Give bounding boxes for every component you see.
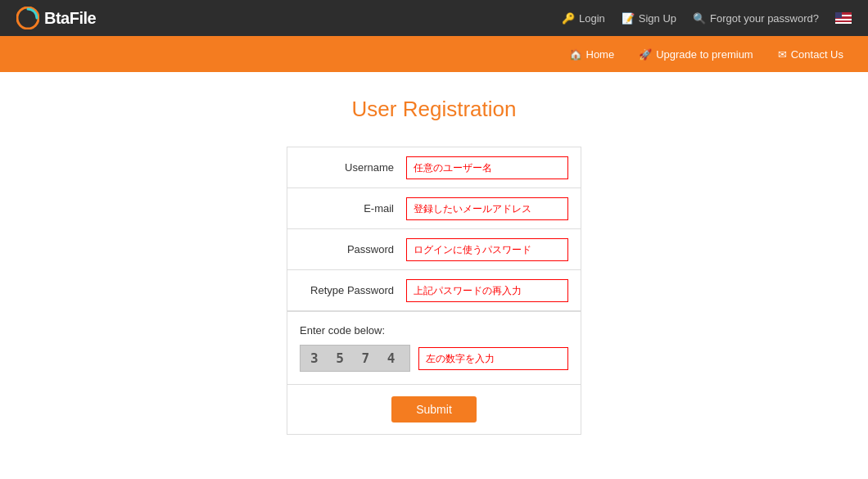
registration-form: Username E-mail Password Retype Password… (287, 147, 581, 435)
top-nav: BtaFile 🔑 Login 📝 Sign Up 🔍 Forgot your … (0, 0, 868, 36)
captcha-section: Enter code below: 3 5 7 4 (287, 311, 581, 384)
password-row: Password (287, 229, 581, 270)
login-link[interactable]: 🔑 Login (562, 12, 605, 25)
logo-icon (16, 7, 39, 29)
top-nav-links: 🔑 Login 📝 Sign Up 🔍 Forgot your password… (562, 12, 852, 25)
username-label: Username (300, 161, 406, 174)
home-link[interactable]: 🏠 Home (569, 48, 615, 61)
contact-icon: ✉ (778, 48, 787, 61)
page-title: User Registration (16, 97, 852, 122)
signup-icon: 📝 (622, 12, 635, 25)
email-input[interactable] (406, 197, 568, 220)
forgot-icon: 🔍 (693, 12, 706, 25)
signup-label: Sign Up (639, 12, 676, 25)
home-icon: 🏠 (569, 48, 582, 61)
upgrade-link[interactable]: 🚀 Upgrade to premium (639, 48, 753, 61)
brand-name: BtaFile (44, 9, 96, 28)
captcha-row: 3 5 7 4 (300, 345, 568, 372)
upgrade-icon: 🚀 (639, 48, 652, 61)
login-label: Login (579, 12, 605, 25)
forgot-label: Forgot your password? (710, 12, 819, 25)
password-label: Password (300, 243, 406, 255)
submit-section: Submit (287, 384, 581, 434)
username-row: Username (287, 147, 581, 188)
retype-input[interactable] (406, 279, 568, 302)
submit-button[interactable]: Submit (391, 396, 477, 423)
home-label: Home (586, 48, 615, 61)
forgot-link[interactable]: 🔍 Forgot your password? (693, 12, 819, 25)
username-input[interactable] (406, 156, 568, 179)
main-content: User Registration Username E-mail Passwo… (0, 72, 868, 479)
retype-row: Retype Password (287, 270, 581, 311)
email-row: E-mail (287, 188, 581, 229)
password-input[interactable] (406, 238, 568, 261)
signup-link[interactable]: 📝 Sign Up (622, 12, 676, 25)
login-icon: 🔑 (562, 12, 575, 25)
captcha-instruction: Enter code below: (300, 324, 568, 337)
email-label: E-mail (300, 202, 406, 215)
captcha-image: 3 5 7 4 (300, 345, 410, 372)
contact-label: Contact Us (791, 48, 843, 61)
retype-label: Retype Password (300, 284, 406, 296)
upgrade-label: Upgrade to premium (656, 48, 753, 61)
logo-link[interactable]: BtaFile (16, 7, 96, 29)
svg-point-0 (17, 7, 38, 29)
language-flag-icon (835, 12, 852, 24)
captcha-input[interactable] (418, 347, 568, 370)
orange-nav: 🏠 Home 🚀 Upgrade to premium ✉ Contact Us (0, 36, 868, 72)
contact-link[interactable]: ✉ Contact Us (778, 48, 843, 61)
